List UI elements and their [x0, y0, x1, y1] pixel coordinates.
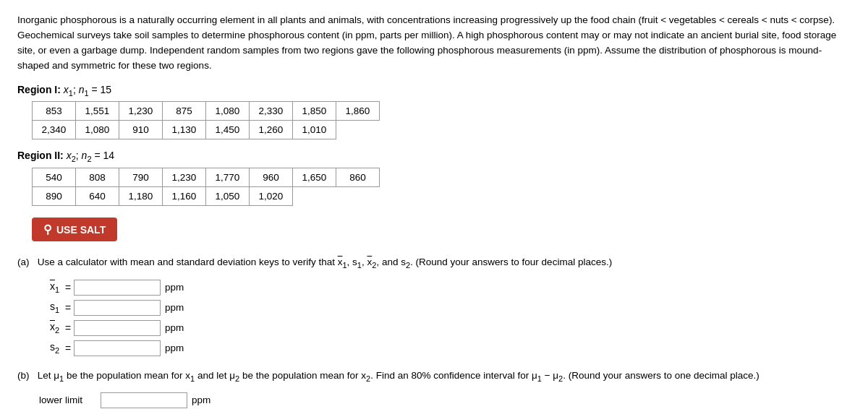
x1bar-row: x1 = ppm — [39, 280, 851, 296]
lower-limit-label: lower limit — [39, 395, 101, 405]
r2-cell: 960 — [250, 168, 293, 187]
r1-cell: 1,850 — [293, 102, 336, 121]
part-b-section: (b) Let μ1 be the population mean for x1… — [17, 368, 851, 409]
r1-cell: 1,080 — [206, 102, 250, 121]
r2-cell: 860 — [336, 168, 380, 187]
r1-cell: 910 — [119, 121, 163, 139]
part-b-description: (b) Let μ1 be the population mean for x1… — [17, 368, 851, 385]
s1-label: s1 — [39, 301, 59, 314]
r1-cell: 1,080 — [76, 121, 119, 139]
r1-cell: 2,330 — [250, 102, 293, 121]
x2bar-label: x2 — [39, 321, 59, 335]
x1bar-unit: ppm — [165, 282, 184, 293]
r2-cell: 790 — [119, 168, 163, 187]
lower-limit-unit: ppm — [192, 395, 210, 405]
region1-label: Region I: x1; n1 = 15 — [17, 84, 851, 98]
r2-cell: 1,650 — [293, 168, 336, 187]
region1-table: 853 1,551 1,230 875 1,080 2,330 1,850 1,… — [32, 101, 380, 139]
r2-cell: 1,180 — [119, 187, 163, 206]
r1-cell: 1,450 — [206, 121, 250, 139]
r2-cell: 808 — [76, 168, 119, 187]
s1-unit: ppm — [165, 302, 184, 313]
r2-cell: 1,020 — [250, 187, 293, 206]
s1-row: s1 = ppm — [39, 300, 851, 316]
intro-paragraph: Inorganic phosphorous is a naturally occ… — [17, 13, 851, 74]
region2-table: 540 808 790 1,230 1,770 960 1,650 860 89… — [32, 168, 380, 206]
x2bar-input[interactable] — [74, 320, 161, 336]
r1-cell: 1,260 — [250, 121, 293, 139]
lower-limit-row: lower limit ppm — [39, 392, 851, 408]
lower-limit-input[interactable] — [101, 392, 187, 408]
s2-label: s2 — [39, 341, 59, 355]
s2-row: s2 = ppm — [39, 340, 851, 356]
use-salt-label: USE SALT — [56, 224, 106, 236]
salt-icon: ⚲ — [43, 223, 52, 236]
s1-input[interactable] — [74, 300, 161, 316]
use-salt-button[interactable]: ⚲ USE SALT — [32, 218, 117, 241]
x2bar-unit: ppm — [165, 322, 184, 333]
r1-cell: 1,130 — [163, 121, 206, 139]
r2-cell: 1,770 — [206, 168, 250, 187]
r1-cell: 1,010 — [293, 121, 336, 139]
x1bar-input[interactable] — [74, 280, 161, 296]
r1-cell: 2,340 — [33, 121, 76, 139]
s2-unit: ppm — [165, 343, 184, 353]
r1-cell: 853 — [33, 102, 76, 121]
x2bar-row: x2 = ppm — [39, 320, 851, 336]
r1-cell: 1,860 — [336, 102, 380, 121]
r2-cell: 540 — [33, 168, 76, 187]
r1-cell: 875 — [163, 102, 206, 121]
x1bar-label: x1 — [39, 280, 59, 294]
r2-cell: 890 — [33, 187, 76, 206]
r1-cell: 1,551 — [76, 102, 119, 121]
part-a-description: (a) Use a calculator with mean and stand… — [17, 254, 851, 272]
r1-cell: 1,230 — [119, 102, 163, 121]
r2-cell: 640 — [76, 187, 119, 206]
region2-label: Region II: x2; n2 = 14 — [17, 150, 851, 163]
s2-input[interactable] — [74, 340, 161, 356]
r2-cell: 1,160 — [163, 187, 206, 206]
r2-cell: 1,230 — [163, 168, 206, 187]
r2-cell: 1,050 — [206, 187, 250, 206]
